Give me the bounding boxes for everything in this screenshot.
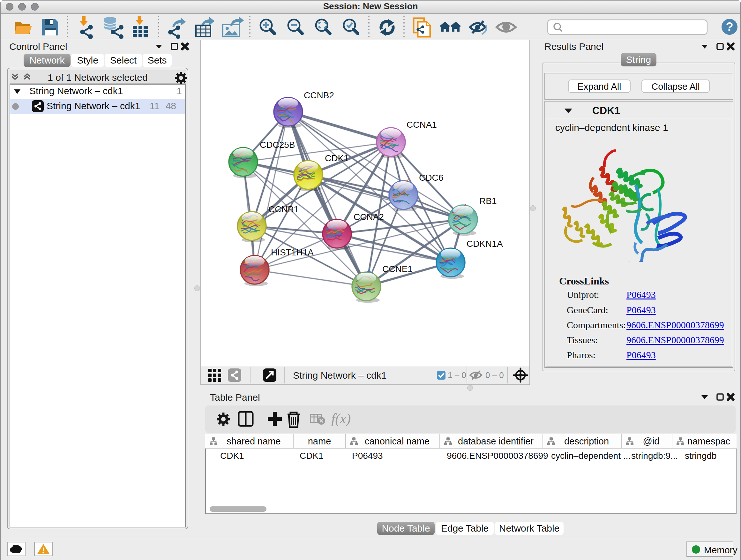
svg-text:stringdb:9...: stringdb:9...	[631, 451, 678, 461]
svg-text:@id: @id	[643, 436, 659, 446]
svg-text:String Network – cdk1: String Network – cdk1	[293, 370, 387, 381]
svg-text:shared name: shared name	[226, 436, 280, 446]
svg-text:f(x): f(x)	[331, 411, 351, 427]
svg-text:CCNA2: CCNA2	[354, 212, 384, 222]
svg-text:cyclin–dependent ...: cyclin–dependent ...	[551, 451, 630, 461]
svg-text:CDK1: CDK1	[325, 153, 349, 163]
svg-text:HIST1H1A: HIST1H1A	[271, 247, 314, 257]
svg-text:namespac: namespac	[687, 436, 730, 446]
svg-text:CCNB2: CCNB2	[304, 90, 334, 100]
svg-text:0 – 0: 0 – 0	[485, 370, 504, 380]
svg-text:stringdb: stringdb	[685, 451, 717, 461]
svg-text:CDC25B: CDC25B	[260, 140, 295, 150]
svg-text:CDK1: CDK1	[300, 451, 324, 461]
svg-text:CDC6: CDC6	[419, 173, 443, 183]
svg-text:P06493: P06493	[352, 451, 383, 461]
svg-text:CCNB1: CCNB1	[268, 204, 299, 214]
svg-text:CCNE1: CCNE1	[382, 264, 413, 274]
svg-text:description: description	[564, 436, 609, 446]
svg-text:?: ?	[726, 20, 733, 34]
svg-text:9606.ENSP00000378699: 9606.ENSP00000378699	[447, 451, 548, 461]
svg-text:CDKN1A: CDKN1A	[467, 239, 503, 249]
svg-text:canonical name: canonical name	[365, 436, 429, 446]
svg-text:CDK1: CDK1	[220, 451, 244, 461]
svg-text:CCNA1: CCNA1	[407, 120, 437, 130]
svg-text:database identifier: database identifier	[458, 436, 534, 446]
svg-text:RB1: RB1	[479, 196, 496, 206]
svg-text:name: name	[308, 436, 331, 446]
svg-text:1 – 0: 1 – 0	[448, 370, 466, 380]
